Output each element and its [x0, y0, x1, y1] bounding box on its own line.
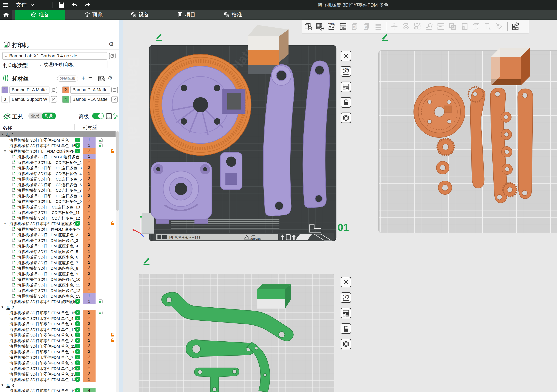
object-row[interactable]: 海豚机械臂 3D打印零件FDM 单色_14✓2 [0, 376, 115, 382]
delete-plate-button[interactable] [341, 51, 351, 61]
chevron-down-icon[interactable] [28, 0, 37, 9]
edit-filament-button[interactable] [51, 87, 57, 93]
object-row[interactable]: 海豚机械臂 3D打印零件FDM 单色_19✓4 [0, 388, 115, 392]
filament-assignment-cell[interactable]: 1 [83, 137, 96, 143]
part-row[interactable]: 海豚机械臂 3D打印... CD连杆多色_82 [0, 193, 115, 198]
add-object-button[interactable] [302, 21, 314, 32]
object-row[interactable]: 海豚机械臂 3D打印零件FDM 单色_4✓2 [0, 315, 115, 321]
filament-assignment-cell[interactable]: 2 [83, 282, 96, 288]
part-row[interactable]: 海豚机械臂 3D打印... CD连杆多色_52 [0, 176, 115, 182]
part-row[interactable]: 海豚机械臂 3D打...DM 底座多色_22 [0, 232, 115, 237]
pulley-part-plate1[interactable] [150, 54, 251, 155]
filament-color-swatch[interactable]: 3 [1, 96, 8, 103]
part-row[interactable]: 海豚机械臂 3D打...DM CD连杆多色1 [0, 154, 115, 159]
scope-global-option[interactable]: 全局 [28, 113, 42, 119]
print-checkbox[interactable]: ✓ [75, 366, 80, 370]
pulley-part-plate2[interactable] [414, 86, 465, 138]
filament-assignment-cell[interactable]: 2 [83, 148, 96, 154]
auto-orient-plate-button[interactable] [341, 66, 351, 77]
add-plate-button[interactable] [314, 21, 326, 32]
printer-settings-gear-icon[interactable]: ⚙ [109, 41, 114, 47]
part-row[interactable]: 海豚机械臂 3D打...DM 底座多色_102 [0, 276, 115, 282]
part-row[interactable]: 海豚机械臂 3D打...DM 底座多色_72 [0, 260, 115, 265]
filament-assignment-cell[interactable]: 2 [83, 332, 96, 338]
remove-filament-button[interactable]: − [88, 74, 92, 81]
redo-button[interactable] [83, 0, 92, 9]
copy-button[interactable] [349, 21, 361, 32]
part-row[interactable]: 海豚机械臂 3D打... CD连杆多色_112 [0, 209, 115, 215]
print-checkbox[interactable]: ✓ [75, 138, 80, 142]
part-row[interactable]: 海豚机械臂 3D打印... CD连杆多色_32 [0, 165, 115, 171]
filament-assignment-cell[interactable]: 2 [83, 376, 96, 382]
plate1-number-label[interactable]: 01 [338, 221, 349, 233]
arrange-button[interactable] [337, 21, 349, 32]
filament-assignment-cell[interactable]: 2 [83, 371, 96, 377]
advanced-toggle[interactable] [92, 113, 104, 119]
tree-scrollbar[interactable] [116, 131, 119, 392]
object-row[interactable]: 海豚机械臂 3D打印零件FDM 单色_6✓2 [0, 321, 115, 327]
object-row[interactable]: ▾海豚机械臂 3D打印...FDM CD连杆多色✓2 [0, 148, 115, 154]
print-checkbox[interactable]: ✓ [75, 149, 80, 153]
filament-assignment-cell[interactable]: 2 [83, 209, 96, 215]
collapse-icon[interactable]: ▾ [1, 305, 3, 309]
filament-assignment-cell[interactable]: 2 [83, 187, 96, 193]
part-row[interactable]: 海豚机械臂 3D打... CD连杆多色_102 [0, 204, 115, 210]
lock-plate-button[interactable] [341, 97, 351, 108]
part-row[interactable]: 海豚机械臂 3D打印... CD连杆多色_42 [0, 171, 115, 176]
part-row[interactable]: 海豚机械臂 3D打印... CD连杆多色_92 [0, 198, 115, 204]
part-row[interactable]: 海豚机械臂 3D打...DM 底座多色_92 [0, 271, 115, 277]
filament-assignment-cell[interactable]: 2 [83, 349, 96, 354]
save-button[interactable] [57, 0, 66, 9]
viewport-3d[interactable]: Bambu Lab Textured PEI Plate PLA/ABS/PET… [123, 20, 557, 392]
filament-assignment-cell[interactable]: 2 [83, 182, 96, 187]
filament-assignment-cell[interactable]: 2 [83, 232, 96, 237]
part-row[interactable]: 海豚机械臂 3D打...DM 底座多色_42 [0, 243, 115, 248]
filament-assignment-cell[interactable]: 2 [83, 310, 96, 315]
delete-plate-button[interactable] [341, 277, 351, 287]
hamburger-menu-icon[interactable] [1, 0, 10, 9]
object-row[interactable]: 海豚机械臂 3D打印零件FDM 单色_7✓2 [0, 354, 115, 360]
part-row[interactable]: 海豚机械臂 3D打...DM 底座多色_32 [0, 237, 115, 243]
edit-plate1-name-button[interactable] [155, 33, 164, 42]
collapse-icon[interactable]: ▾ [1, 132, 3, 136]
collapse-icon[interactable]: ▾ [1, 383, 3, 387]
object-row[interactable]: 海豚机械臂 3D打印零件FDM 单色_12✓2 [0, 327, 115, 332]
object-row[interactable]: 海豚机械臂 3D打印零件FDM 单色_15✓2 [0, 310, 115, 315]
print-checkbox[interactable]: ✓ [75, 355, 80, 359]
filament-assignment-cell[interactable]: 2 [83, 260, 96, 265]
part-row[interactable]: 海豚机械臂 3D打...DM 底座多色_122 [0, 287, 115, 293]
lock-icon[interactable] [110, 333, 115, 337]
filament-assignment-cell[interactable]: 1 [83, 299, 96, 304]
filament-assignment-cell[interactable]: 2 [83, 171, 96, 176]
plate-group-row[interactable]: ▾盘 1 [0, 131, 115, 137]
plate-group-row[interactable]: ▾盘 2 [0, 304, 115, 310]
file-menu[interactable]: 文件 [16, 1, 27, 9]
tab-device[interactable]: 设备 [122, 10, 158, 20]
filament-color-swatch[interactable]: 1 [1, 87, 8, 93]
filament-assignment-cell[interactable]: 2 [83, 271, 96, 277]
filament-name-field[interactable]: Bambu PLA Matte [9, 86, 49, 94]
filament-assignment-cell[interactable]: 2 [83, 265, 96, 271]
plate-2[interactable] [379, 48, 557, 233]
paint-button[interactable] [493, 21, 505, 32]
edit-plate3-name-button[interactable] [142, 257, 152, 267]
purple-small-bracket[interactable] [221, 153, 242, 190]
edit-filament-button[interactable] [111, 87, 118, 93]
part-row[interactable]: 海豚机械臂 3D打...DM 底座多色_62 [0, 254, 115, 260]
print-checkbox[interactable]: ✓ [75, 327, 80, 332]
object-row[interactable]: 海豚机械臂 3D打印零件FDM 单色_16✓1 [0, 143, 115, 148]
filament-assignment-cell[interactable]: 2 [83, 287, 96, 293]
lock-icon[interactable] [110, 221, 115, 226]
filament-assignment-cell[interactable]: 2 [83, 165, 96, 171]
part-row[interactable]: 海豚机械臂 3D打印... CD连杆多色_62 [0, 182, 115, 187]
add-filament-button[interactable]: ＋ [80, 74, 86, 82]
objects-filter-icon[interactable] [113, 113, 119, 120]
plate-group-row[interactable]: ▾盘 3 [0, 382, 115, 388]
filament-assignment-cell[interactable]: 2 [83, 243, 96, 248]
boolean-button[interactable] [447, 21, 459, 32]
cut-button[interactable] [470, 21, 482, 32]
lock-icon[interactable] [110, 149, 115, 153]
plate-1[interactable]: Bambu Lab Textured PEI Plate PLA/ABS/PET… [125, 25, 336, 241]
wipe-tower-plate2[interactable] [491, 48, 530, 85]
arrange-plate-button[interactable] [341, 82, 351, 92]
